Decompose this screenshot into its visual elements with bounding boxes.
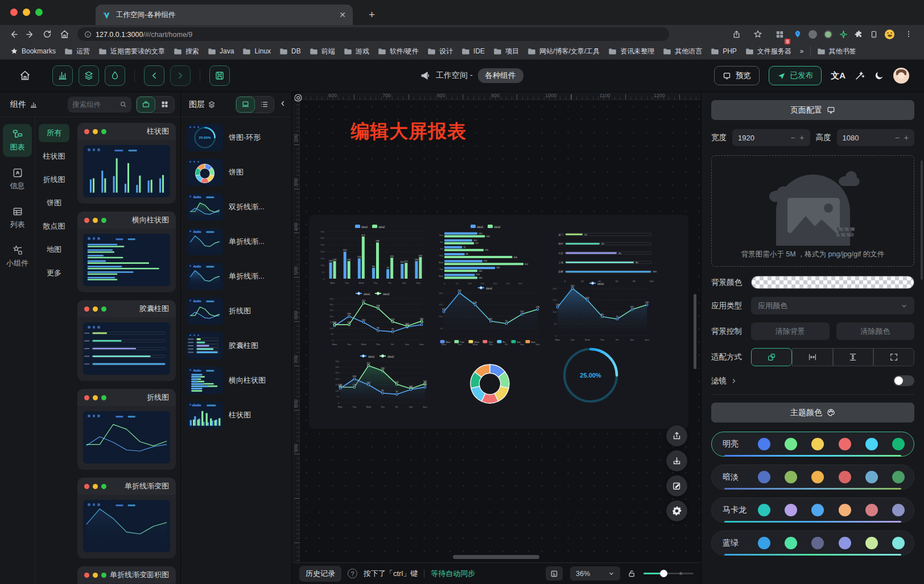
bookmark-folder[interactable]: 游戏 [341, 45, 372, 57]
minimize-window-button[interactable] [23, 9, 30, 16]
dashboard-chart-hbar[interactable]: data1data2Sun130160Sat110117Fri70155Thu8… [434, 222, 541, 285]
help-icon[interactable]: ? [348, 569, 357, 578]
pin-extension-icon[interactable] [794, 30, 802, 38]
sidebar-tab-小组件[interactable]: 小组件 [3, 240, 32, 273]
browser-back-icon[interactable] [6, 27, 20, 42]
edit-button[interactable] [666, 475, 687, 496]
sidebar-tab-图表[interactable]: 图表 [3, 124, 32, 157]
category-散点图[interactable]: 散点图 [39, 217, 69, 235]
layer-list-view-button[interactable] [255, 97, 274, 113]
theme-color-dot[interactable] [865, 471, 878, 483]
component-card-单折线渐变面积图[interactable]: 单折线渐变面积图 [77, 566, 176, 584]
fit-scale-button[interactable] [751, 348, 792, 366]
redo-button[interactable] [170, 65, 191, 86]
browser-forward-icon[interactable] [23, 27, 38, 42]
layer-item-柱状图[interactable]: 柱状图 [187, 401, 286, 429]
page-config-header[interactable]: 页面配置 [711, 100, 914, 120]
theme-color-dot[interactable] [811, 537, 824, 549]
zoom-slider-knob[interactable] [660, 570, 667, 577]
bookmark-folder[interactable]: 设计 [425, 45, 455, 57]
bookmark-folder[interactable]: 项目 [491, 45, 521, 57]
project-name-pill[interactable]: 各种组件 [478, 68, 523, 83]
bookmark-folder[interactable]: PHP [708, 46, 739, 56]
canvas-vertical-scrollbar[interactable] [694, 294, 696, 369]
bookmark-folder[interactable]: Java [205, 46, 236, 56]
theme-color-header[interactable]: 主题颜色 [711, 403, 914, 423]
theme-color-dot[interactable] [865, 504, 878, 516]
bookmark-folder[interactable]: 软件/硬件 [376, 45, 421, 57]
tab-close-icon[interactable]: ✕ [339, 10, 346, 19]
extension-icon-gray[interactable] [808, 30, 817, 39]
dashboard-chart-line2[interactable]: 050100150200250300350MonTueWedThuFriSatS… [325, 289, 425, 347]
theme-color-dot[interactable] [839, 471, 851, 483]
site-info-icon[interactable] [84, 31, 92, 38]
settings-gear-button[interactable] [666, 500, 687, 521]
layer-item-饼图[interactable]: 饼图 [187, 159, 286, 186]
import-button[interactable] [666, 450, 687, 471]
bookmarks-overflow-chevron[interactable]: » [798, 46, 806, 56]
collapse-panel-chevron[interactable] [279, 100, 287, 110]
theme-color-dot[interactable] [811, 471, 824, 483]
component-card-柱状图[interactable]: 柱状图 [77, 123, 176, 204]
component-search-input[interactable] [72, 101, 117, 109]
layer-item-胶囊柱图[interactable]: 胶囊柱图 [187, 332, 286, 359]
dashboard-chart-area2[interactable]: 050100150200250300350MonTueWedThuFriSatS… [331, 351, 428, 409]
lock-open-icon[interactable] [628, 569, 636, 578]
user-avatar[interactable] [893, 68, 909, 84]
zoom-level-select[interactable]: 36% [570, 566, 620, 581]
component-grid-view-button[interactable] [155, 97, 174, 113]
theme-color-dot[interactable] [758, 471, 770, 483]
other-bookmarks-folder[interactable]: 其他书签 [815, 45, 859, 57]
decrement-width[interactable]: − [790, 133, 795, 142]
decrement-height[interactable]: − [895, 133, 900, 142]
theme-color-dot[interactable] [785, 537, 797, 549]
bookmark-folder[interactable]: 运营 [62, 45, 92, 57]
bookmark-folder[interactable]: IDE [459, 46, 487, 56]
address-bar[interactable]: 127.0.0.1:3000/#/chart/home/9 [77, 27, 669, 41]
dashboard-chart-bar[interactable]: 050100150200250300350data1data2120200150… [316, 222, 428, 285]
browser-tab[interactable]: 工作空间-各种组件 ✕ [96, 5, 353, 25]
width-input[interactable]: 1920 − + [732, 129, 810, 146]
sidebar-tab-列表[interactable]: 列表 [3, 201, 32, 234]
layers-toggle-button[interactable] [79, 65, 99, 86]
theme-color-dot[interactable] [839, 504, 851, 516]
theme-color-dot[interactable] [785, 471, 797, 483]
undo-button[interactable] [144, 65, 164, 86]
bookmark-folder[interactable]: 其他语言 [661, 45, 704, 57]
bookmark-folder[interactable]: DB [277, 46, 303, 56]
theme-color-dot[interactable] [892, 537, 905, 549]
bookmark-folder[interactable]: 文件服务器 [743, 45, 794, 57]
theme-color-dot[interactable] [758, 537, 770, 549]
filter-toggle[interactable] [893, 375, 914, 386]
theme-row-蓝绿[interactable]: 蓝绿 [711, 531, 914, 556]
theme-color-dot[interactable] [839, 438, 851, 450]
theme-row-明亮[interactable]: 明亮 [711, 432, 914, 457]
theme-color-dot[interactable] [865, 438, 878, 450]
extension-grid-icon[interactable]: 9 [772, 27, 787, 42]
browser-reload-icon[interactable] [40, 27, 55, 42]
translate-icon[interactable]: 文A [831, 71, 845, 81]
fit-width-button[interactable] [792, 348, 833, 366]
canvas-text-element[interactable]: 编辑大屏报表 [350, 119, 467, 144]
increment-height[interactable]: + [904, 133, 909, 142]
theme-color-dot[interactable] [892, 471, 905, 483]
fit-stretch-button[interactable] [873, 348, 914, 366]
background-upload-dropzone[interactable]: 背景图需小于 5M ，格式为 png/jpg/gif 的文件 [711, 155, 914, 267]
clear-background-button[interactable]: 清除背景 [751, 322, 830, 340]
export-button[interactable] [666, 425, 687, 446]
puzzle-extensions-icon[interactable] [855, 30, 863, 39]
dark-mode-moon-icon[interactable] [874, 71, 884, 81]
category-饼图[interactable]: 饼图 [39, 194, 69, 212]
extension-star-icon[interactable] [839, 30, 848, 39]
dashboard-chart-capsule[interactable]: 厦门20南阳40北京60上海80新疆100020406080100 [550, 224, 664, 284]
sidebar-tab-信息[interactable]: 信息 [3, 163, 32, 196]
history-button[interactable]: 历史记录 [299, 566, 341, 582]
component-card-横向柱状图[interactable]: 横向柱状图 [77, 212, 176, 292]
background-color-swatch[interactable] [751, 276, 914, 289]
bookmark-folder[interactable]: 前端 [307, 45, 337, 57]
bookmark-folder[interactable]: 搜索 [171, 45, 201, 57]
browser-home-icon[interactable] [57, 27, 72, 42]
save-button[interactable] [209, 65, 230, 86]
theme-color-dot[interactable] [785, 504, 797, 516]
chevron-right-icon[interactable] [731, 378, 737, 384]
